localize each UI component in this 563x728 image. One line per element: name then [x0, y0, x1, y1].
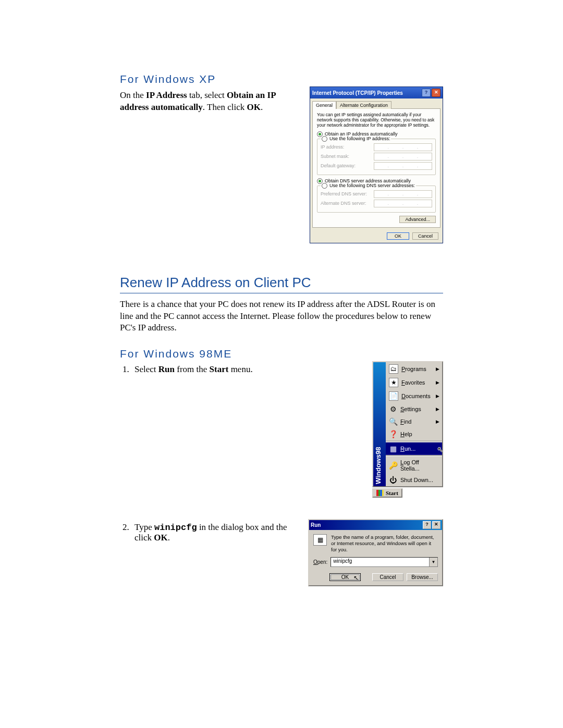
start-label: Start [386, 490, 398, 496]
menu-separator [386, 441, 442, 442]
text-bold: OK [154, 533, 167, 542]
start-button[interactable]: Start [372, 488, 402, 498]
menu-label: Help [400, 431, 412, 437]
submenu-arrow-icon: ▶ [436, 419, 439, 424]
help-icon[interactable]: ? [422, 89, 431, 97]
menu-item-settings[interactable]: ⚙ Settings ▶ [386, 403, 442, 415]
text: . [261, 102, 263, 112]
text: menu. [228, 364, 252, 374]
programs-icon: 🗂 [389, 364, 398, 374]
submenu-arrow-icon: ▶ [436, 380, 439, 385]
run-app-icon: ▦ [313, 534, 327, 546]
submenu-arrow-icon: ▶ [436, 366, 439, 372]
label-preferred-dns: Preferred DNS server: [321, 191, 367, 196]
logoff-icon: 🔑 [389, 461, 397, 470]
settings-icon: ⚙ [389, 405, 397, 413]
radio-label: Use the following IP address: [329, 136, 390, 141]
dialog-titlebar[interactable]: Run ? ✕ [309, 520, 442, 530]
tcpip-properties-dialog: Internet Protocol (TCP/IP) Properties ? … [310, 87, 443, 243]
menu-item-help[interactable]: ❓ Help [386, 428, 442, 440]
input-ip-address[interactable]: ... [374, 143, 432, 151]
heading-windows-98me: For Windows 98ME [120, 348, 443, 360]
run-icon: ▦ [389, 445, 397, 453]
submenu-arrow-icon: ▶ [436, 406, 439, 412]
tab-alternate-configuration[interactable]: Alternate Configuration [336, 101, 391, 109]
text-bold: OK [247, 102, 261, 112]
menu-label: Find [400, 418, 411, 425]
radio-obtain-ip-auto[interactable] [317, 131, 323, 137]
input-default-gateway[interactable]: ... [374, 162, 432, 170]
help-icon[interactable]: ? [423, 521, 431, 529]
start-menu: Windows98 🗂 Programs ▶ ★ Favorites ▶ 📄 [372, 361, 443, 487]
advanced-button[interactable]: Advanced... [399, 216, 436, 223]
cancel-button[interactable]: Cancel [412, 232, 438, 240]
text-bold: IP Address [146, 90, 187, 100]
renew-paragraph: There is a chance that your PC does not … [120, 299, 443, 335]
dialog-description: You can get IP settings assigned automat… [317, 112, 436, 128]
menu-item-favorites[interactable]: ★ Favorites ▶ [386, 376, 442, 389]
menu-item-programs[interactable]: 🗂 Programs ▶ [386, 362, 442, 376]
close-icon[interactable]: ✕ [432, 521, 440, 529]
tab-general[interactable]: General [312, 101, 336, 109]
heading-renew-ip: Renew IP Address on Client PC [120, 275, 443, 293]
dialog-titlebar[interactable]: Internet Protocol (TCP/IP) Properties ? … [310, 87, 443, 98]
text: . [168, 533, 170, 542]
text-bold: Run [158, 364, 175, 374]
start-menu-stripe: Windows98 [373, 362, 386, 486]
menu-item-find[interactable]: 🔍 Find ▶ [386, 415, 442, 428]
open-input-value[interactable]: winipcfg [331, 558, 429, 566]
menu-item-run[interactable]: ▦ Run... ↖ [386, 442, 442, 455]
dialog-title: Run [311, 522, 321, 528]
label-ip-address: IP address: [321, 144, 344, 150]
input-alternate-dns[interactable]: ... [374, 200, 432, 207]
ok-button[interactable]: OK [387, 232, 409, 240]
cursor-icon: ↖ [437, 446, 443, 453]
text: . Then click [203, 102, 247, 112]
radio-label: Use the following DNS server addresses: [329, 183, 415, 188]
dialog-title: Internet Protocol (TCP/IP) Properties [312, 90, 403, 96]
run-dialog: Run ? ✕ ▦ Type the name of a program, fo… [308, 519, 443, 586]
radio-use-following-dns[interactable] [322, 183, 327, 189]
run-description: Type the name of a program, folder, docu… [331, 534, 438, 553]
open-combobox[interactable]: winipcfg ▼ [331, 557, 438, 567]
documents-icon: 📄 [389, 391, 398, 401]
radio-obtain-dns-auto[interactable] [317, 178, 323, 184]
cancel-button[interactable]: Cancel [372, 573, 403, 581]
input-subnet-mask[interactable]: ... [374, 153, 432, 161]
menu-label: Log Off Stella... [400, 459, 439, 472]
menu-label: Documents [401, 393, 431, 399]
text: Select [134, 364, 158, 374]
help-icon: ❓ [389, 430, 397, 438]
step-2: Type winipcfg in the dialog box and the … [131, 522, 298, 543]
text: tab, select [187, 90, 227, 100]
label-alternate-dns: Alternate DNS server: [321, 201, 366, 206]
input-preferred-dns[interactable]: ... [374, 190, 432, 198]
open-label: Open: [313, 559, 327, 565]
text: Type [134, 522, 154, 532]
menu-item-documents[interactable]: 📄 Documents ▶ [386, 389, 442, 403]
submenu-arrow-icon: ▶ [436, 393, 439, 399]
radio-use-following-ip[interactable] [322, 136, 327, 142]
label-default-gateway: Default gateway: [321, 163, 356, 168]
browse-button[interactable]: Browse... [407, 573, 438, 581]
step-1: Select Run from the Start menu. [131, 364, 362, 375]
button-label: OK [341, 574, 349, 580]
menu-item-shutdown[interactable]: ⏻ Shut Down... [386, 474, 442, 486]
menu-item-logoff[interactable]: 🔑 Log Off Stella... [386, 457, 442, 474]
xp-instruction-paragraph: On the IP Address tab, select Obtain an … [120, 90, 299, 114]
close-icon[interactable]: ✕ [432, 89, 440, 97]
menu-label: Run... [400, 446, 415, 452]
menu-label: Shut Down... [400, 477, 433, 483]
text: from the [175, 364, 210, 374]
menu-label: Programs [401, 366, 426, 372]
heading-windows-xp: For Windows XP [120, 73, 443, 85]
text-bold: Start [210, 364, 229, 374]
button-label: Browse... [411, 574, 433, 580]
cursor-icon: ↖ [353, 574, 359, 582]
windows-flag-icon [376, 490, 384, 496]
find-icon: 🔍 [389, 417, 397, 426]
menu-label: Settings [400, 406, 421, 412]
text-mono: winipcfg [154, 523, 197, 533]
dropdown-arrow-icon[interactable]: ▼ [429, 558, 437, 566]
menu-separator [386, 455, 442, 456]
